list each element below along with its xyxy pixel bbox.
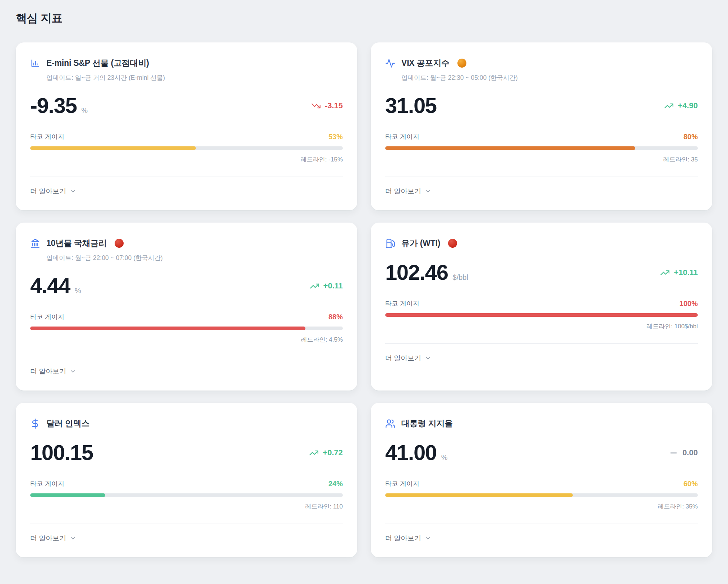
- gauge-fill: [385, 146, 635, 150]
- gauge-redline: 레드라인: 100$/bbl: [385, 322, 698, 330]
- red-circle-emoji: [115, 239, 124, 248]
- more-label: 더 알아보기: [30, 367, 66, 376]
- card-title: 유가 (WTI): [401, 238, 440, 249]
- change-value: -3.15: [325, 101, 343, 110]
- card-title: E-mini S&P 선물 (고점대비): [46, 58, 149, 69]
- change-value: +0.11: [323, 281, 343, 291]
- more-label: 더 알아보기: [30, 534, 66, 543]
- more-label: 더 알아보기: [30, 187, 66, 196]
- card-header: 유가 (WTI): [385, 238, 698, 249]
- card-footer: 더 알아보기: [385, 524, 698, 543]
- change-indicator: 0.00: [669, 448, 698, 458]
- gauge-label: 타코 게이지: [30, 312, 64, 321]
- value-wrap: 100.15: [30, 442, 93, 464]
- indicator-card: 유가 (WTI) 102.46 $/bbl +10.11 타코 게이지 100%…: [371, 223, 712, 391]
- gauge-percent: 53%: [328, 133, 343, 141]
- more-button[interactable]: 더 알아보기: [30, 534, 76, 543]
- dashboard: 핵심 지표 E-mini S&P 선물 (고점대비) 업데이트: 일~금 거의 …: [0, 0, 728, 557]
- card-footer: 더 알아보기: [30, 177, 343, 196]
- card-value: 102.46: [385, 262, 448, 283]
- gauge-row: 타코 게이지 53%: [30, 132, 343, 141]
- value-row: 31.05 +4.90: [385, 95, 698, 117]
- value-wrap: -9.35 %: [30, 95, 88, 117]
- card-footer: 더 알아보기: [385, 343, 698, 363]
- gauge-label: 타코 게이지: [30, 132, 64, 141]
- more-button[interactable]: 더 알아보기: [30, 367, 76, 376]
- card-value: 31.05: [385, 95, 437, 117]
- gauge-track: [385, 493, 698, 497]
- gauge-redline: 레드라인: 4.5%: [30, 336, 343, 344]
- trending-up-icon: [660, 268, 670, 278]
- more-button[interactable]: 더 알아보기: [385, 534, 431, 543]
- gauge-label: 타코 게이지: [385, 299, 419, 308]
- gauge-redline: 레드라인: -15%: [30, 155, 343, 164]
- indicator-card: E-mini S&P 선물 (고점대비) 업데이트: 일~금 거의 23시간 (…: [16, 42, 357, 210]
- chevron-down-icon: [425, 188, 431, 195]
- card-footer: 더 알아보기: [30, 357, 343, 376]
- gauge-fill: [385, 493, 573, 497]
- fuel-icon: [385, 238, 395, 248]
- chevron-down-icon: [425, 535, 431, 542]
- value-row: 41.00 % 0.00: [385, 442, 698, 464]
- more-label: 더 알아보기: [385, 353, 421, 363]
- card-header: 10년물 국채금리: [30, 238, 343, 249]
- gauge-track: [30, 146, 343, 150]
- gauge-track: [30, 493, 343, 497]
- gauge-row: 타코 게이지 60%: [385, 479, 698, 488]
- value-wrap: 41.00 %: [385, 442, 447, 464]
- dollar-icon: [30, 419, 40, 429]
- gauge-fill: [30, 146, 196, 150]
- gauge-percent: 88%: [328, 313, 343, 321]
- red-circle-emoji: [448, 239, 457, 248]
- value-row: 100.15 +0.72: [30, 442, 343, 464]
- value-wrap: 102.46 $/bbl: [385, 262, 468, 283]
- bar-chart-icon: [30, 58, 40, 68]
- chevron-down-icon: [70, 368, 76, 375]
- indicator-card: VIX 공포지수 업데이트: 월~금 22:30 ~ 05:00 (한국시간) …: [371, 42, 712, 210]
- gauge-redline: 레드라인: 110: [30, 502, 343, 511]
- card-value: 100.15: [30, 442, 93, 464]
- page-title: 핵심 지표: [16, 11, 712, 26]
- change-value: +4.90: [678, 101, 698, 110]
- gauge-fill: [30, 493, 105, 497]
- card-subtitle: 업데이트: 월~금 22:00 ~ 07:00 (한국시간): [46, 254, 343, 262]
- cards-grid: E-mini S&P 선물 (고점대비) 업데이트: 일~금 거의 23시간 (…: [16, 42, 712, 557]
- gauge-redline: 레드라인: 35%: [385, 502, 698, 511]
- chevron-down-icon: [70, 535, 76, 542]
- card-title: VIX 공포지수: [401, 58, 450, 69]
- more-button[interactable]: 더 알아보기: [385, 353, 431, 363]
- card-title: 10년물 국채금리: [46, 238, 107, 249]
- gauge-row: 타코 게이지 24%: [30, 479, 343, 488]
- more-button[interactable]: 더 알아보기: [385, 187, 431, 196]
- more-button[interactable]: 더 알아보기: [30, 187, 76, 196]
- change-indicator: +0.72: [309, 448, 343, 458]
- card-value: -9.35: [30, 95, 77, 117]
- gauge-label: 타코 게이지: [385, 132, 419, 141]
- chevron-down-icon: [70, 188, 76, 195]
- card-value: 41.00: [385, 442, 437, 464]
- gauge-row: 타코 게이지 88%: [30, 312, 343, 321]
- change-indicator: +4.90: [664, 101, 698, 111]
- gauge-track: [30, 327, 343, 330]
- change-value: +0.72: [323, 448, 343, 457]
- indicator-card: 10년물 국채금리 업데이트: 월~금 22:00 ~ 07:00 (한국시간)…: [16, 223, 357, 391]
- value-unit: %: [81, 106, 88, 115]
- change-value: 0.00: [682, 448, 698, 457]
- change-indicator: +10.11: [660, 268, 698, 278]
- card-subtitle: 업데이트: 월~금 22:30 ~ 05:00 (한국시간): [401, 73, 698, 82]
- value-unit: %: [75, 287, 81, 295]
- value-unit: %: [441, 453, 448, 462]
- gauge-track: [385, 313, 698, 317]
- change-value: +10.11: [674, 268, 698, 277]
- value-unit: $/bbl: [453, 273, 468, 282]
- orange-circle-emoji: [457, 59, 466, 68]
- gauge-percent: 24%: [328, 480, 343, 488]
- dash-icon: [669, 448, 678, 458]
- chevron-down-icon: [425, 355, 431, 361]
- gauge-label: 타코 게이지: [30, 479, 64, 488]
- bank-icon: [30, 238, 40, 248]
- gauge-percent: 60%: [683, 480, 698, 488]
- more-label: 더 알아보기: [385, 187, 421, 196]
- change-indicator: +0.11: [310, 281, 343, 291]
- card-subtitle: 업데이트: 일~금 거의 23시간 (E-mini 선물): [46, 73, 343, 82]
